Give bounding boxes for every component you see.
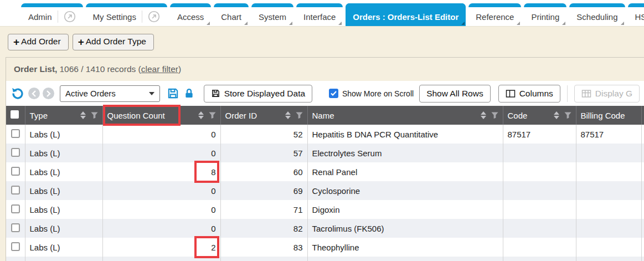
order-id-cell: 69 xyxy=(220,181,307,200)
question-count-value: 2 xyxy=(211,243,215,252)
show-all-rows-button[interactable]: Show All Rows xyxy=(419,85,491,103)
next-page-icon[interactable] xyxy=(43,88,54,99)
filter-icon[interactable] xyxy=(564,112,571,119)
order-id-cell: 83 xyxy=(220,238,307,257)
tab-top-accent xyxy=(468,3,521,7)
store-displayed-data-label: Store Displayed Data xyxy=(224,89,305,99)
empty-cell xyxy=(102,257,220,261)
question-count-value: 0 xyxy=(211,186,215,196)
column-header-order-id[interactable]: Order ID xyxy=(220,106,307,125)
lock-icon[interactable] xyxy=(183,88,195,100)
tab-menu-corner-icon xyxy=(461,22,465,25)
type-cell: Labs (L) xyxy=(25,238,102,257)
tab-label: Admin xyxy=(28,12,52,22)
sort-icon[interactable] xyxy=(481,111,486,119)
row-checkbox[interactable] xyxy=(11,204,20,213)
row-select-cell xyxy=(6,162,25,181)
columns-button[interactable]: Columns xyxy=(498,85,560,103)
tab-bar: AdminMy SettingsAccessChartSystemInterfa… xyxy=(0,0,644,27)
show-more-checkbox[interactable] xyxy=(329,89,338,98)
code-cell xyxy=(503,219,576,238)
filter-icon[interactable] xyxy=(296,112,303,119)
row-checkbox[interactable] xyxy=(11,129,20,138)
toolbar-separator xyxy=(567,85,568,102)
tab-interface[interactable]: Interface xyxy=(296,3,343,26)
add-order-type-button[interactable]: + Add Order Type xyxy=(73,34,154,50)
order-id-cell: 60 xyxy=(220,162,307,181)
tab-menu-corner-icon xyxy=(244,22,248,25)
billing-code-cell xyxy=(576,162,641,181)
column-header-question-count[interactable]: Question Count xyxy=(102,106,220,125)
table-row: Labs (L)860Renal Panel xyxy=(6,162,644,181)
question-count-cell: 2 xyxy=(102,238,220,257)
add-order-type-label: Add Order Type xyxy=(86,37,146,47)
tab-scheduling[interactable]: Scheduling xyxy=(569,3,625,26)
sort-icon[interactable] xyxy=(285,111,291,119)
name-cell: Theophylline xyxy=(307,238,503,257)
tab-label: Access xyxy=(177,12,204,22)
plus-icon: + xyxy=(78,37,84,47)
column-label: Question Count xyxy=(107,111,165,120)
filter-icon[interactable] xyxy=(209,112,216,119)
tab-system[interactable]: System xyxy=(251,3,293,26)
column-label: Code xyxy=(508,111,528,120)
row-checkbox[interactable] xyxy=(11,242,20,251)
table-row: Labs (L)082Tacrolimus (FK506) xyxy=(6,219,644,238)
tab-printing[interactable]: Printing xyxy=(524,3,566,26)
view-select[interactable]: Active Orders xyxy=(60,85,160,102)
column-header-name[interactable]: Name xyxy=(307,106,503,125)
row-checkbox[interactable] xyxy=(11,223,20,232)
tab-chart[interactable]: Chart xyxy=(214,3,249,26)
save-view-icon[interactable] xyxy=(167,87,179,100)
prev-page-icon[interactable] xyxy=(28,88,40,99)
refresh-icon[interactable] xyxy=(11,87,24,100)
tab-hsp[interactable]: HSP xyxy=(628,3,644,26)
row-checkbox[interactable] xyxy=(11,167,20,176)
tab-access[interactable]: Access xyxy=(170,3,211,26)
open-in-new-window-icon[interactable] xyxy=(58,11,76,23)
tab-top-accent xyxy=(569,3,625,7)
save-icon xyxy=(211,89,220,98)
column-label: Type xyxy=(30,111,48,120)
tab-top-accent xyxy=(170,3,211,7)
row-checkbox[interactable] xyxy=(11,186,20,195)
billing-code-cell xyxy=(576,238,641,257)
question-count-cell: 0 xyxy=(102,200,220,219)
tab-admin[interactable]: Admin xyxy=(21,3,83,26)
add-order-label: Add Order xyxy=(21,37,61,47)
table-row: Labs (L)057Electrolytes Serum xyxy=(6,144,644,162)
order-id-cell: 57 xyxy=(220,144,307,162)
column-header-billing-code[interactable]: Billing Code xyxy=(576,106,641,125)
display-groups-button: Display G xyxy=(574,85,640,103)
select-all-checkbox[interactable] xyxy=(11,110,19,119)
question-count-cell: 0 xyxy=(102,125,220,144)
order-id-cell: 82 xyxy=(220,219,307,238)
row-checkbox[interactable] xyxy=(11,148,20,157)
tab-reference[interactable]: Reference xyxy=(468,3,521,26)
order-list-panel: Order List, 1066 / 1410 records ( clear … xyxy=(6,57,644,261)
add-order-button[interactable]: + Add Order xyxy=(8,34,69,50)
filter-icon[interactable] xyxy=(491,112,498,119)
sort-icon[interactable] xyxy=(198,111,204,119)
column-label: Order ID xyxy=(225,111,257,120)
tab-orders-orders-list-editor[interactable]: Orders : Orders-List Editor xyxy=(346,3,466,26)
column-header-type[interactable]: Type xyxy=(25,106,102,125)
tab-top-accent xyxy=(251,3,293,7)
store-displayed-data-button[interactable]: Store Displayed Data xyxy=(204,85,312,103)
question-count-value: 0 xyxy=(211,130,215,139)
clear-filter-link[interactable]: clear filter xyxy=(141,64,178,74)
column-header-code[interactable]: Code xyxy=(503,106,576,125)
empty-cell xyxy=(641,257,644,261)
billing-code-cell xyxy=(576,200,641,219)
table-row: Labs (L)071Digoxin xyxy=(6,200,644,219)
open-in-new-window-icon[interactable] xyxy=(142,11,160,23)
question-count-cell: 8 xyxy=(102,162,220,181)
order-table-body: Labs (L)052Hepatitis B DNA PCR Quantitat… xyxy=(6,125,644,261)
billing-code-cell xyxy=(576,181,641,200)
sort-icon[interactable] xyxy=(554,111,559,119)
filter-icon[interactable] xyxy=(91,112,98,119)
billing-code-cell xyxy=(576,219,641,238)
sort-icon[interactable] xyxy=(80,111,86,119)
tab-label: My Settings xyxy=(93,12,136,22)
tab-my-settings[interactable]: My Settings xyxy=(86,3,167,26)
